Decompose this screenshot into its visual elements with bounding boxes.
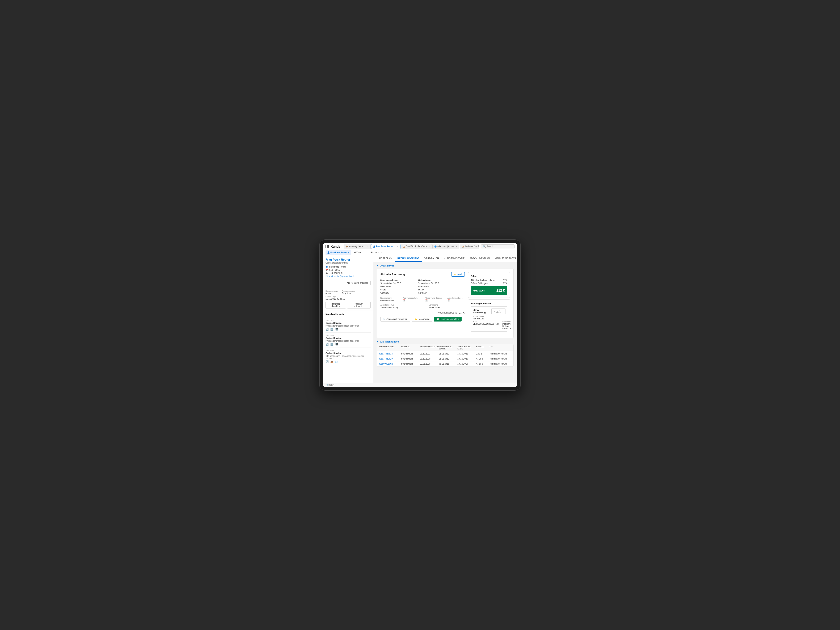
sub-tab-a157a0[interactable]: a157a0... ✕ xyxy=(352,250,366,255)
sub-tab-cvpluoda-close[interactable]: ✕ xyxy=(381,251,383,254)
nav-tab-omni[interactable]: 📋 OmniStudio FlexCards ✕ xyxy=(401,244,432,249)
iban-value: DE84500100600209804604 xyxy=(473,323,499,325)
search-bar[interactable]: 🔍 xyxy=(481,245,515,248)
td-vertrag-2: Strom Direkt xyxy=(401,363,420,365)
table-header: Rechnungsnr. Vertrag Rechnungsdatum Abre… xyxy=(377,344,513,351)
account-section: Benutzername petreu Registrierstatus Reg… xyxy=(323,288,373,311)
btn-abmelden[interactable]: Benutzer abmelden xyxy=(325,302,346,308)
page-tab-rechnungsinfos[interactable]: RECHNUNGSINFOS xyxy=(395,255,422,262)
status-label: Registrierstatus xyxy=(342,290,355,292)
abrechnung-beginn-value: 📅 xyxy=(425,300,442,302)
td-datum-2: 02.01.2020 xyxy=(420,363,439,365)
section-id: 20178245043 xyxy=(380,264,394,267)
account-btn-row: Benutzer abmelden Passwort zurücksetzen xyxy=(325,302,371,308)
contact-dob-value: 01.04.1956 xyxy=(329,269,340,271)
grid-icon[interactable] xyxy=(325,245,329,248)
inventory-tab-icon: 📦 xyxy=(346,245,348,248)
btn-zweitschrift[interactable]: 📄 Zweitschrift versenden xyxy=(380,317,410,322)
btn-beschwerde[interactable]: ⚠️ Beschwerde xyxy=(412,317,432,322)
person-icon: 👤 xyxy=(325,266,328,268)
history-actions-2: 🔄 📤 ✉️ xyxy=(325,360,371,363)
rechnungsadresse-block: Rechnungsadresse: Schiersteiner Str. 35 … xyxy=(380,279,406,294)
td-rechnungsnr-1[interactable]: 006937880629 xyxy=(379,358,401,360)
history-email-icon-2[interactable]: ✉️ xyxy=(335,360,338,363)
sub-tab-petra-close[interactable]: ✕ xyxy=(348,251,349,254)
nav-tab-inventory[interactable]: 📦 Inventory Items ▼ ✕ xyxy=(344,244,371,249)
history-refresh-icon-0[interactable]: 🔄 xyxy=(325,328,328,331)
email-icon: ✉️ xyxy=(325,275,328,278)
username-value: petreu xyxy=(325,292,338,294)
rechnungsdatum-value: 📅 xyxy=(403,300,420,302)
sub-tab-frau-petra[interactable]: 👤 Frau Petra Reuter ✕ xyxy=(325,250,351,255)
history-actions-0: 🔄 ⬇️ 🖥️ xyxy=(325,328,371,331)
td-rechnungsnr-2[interactable]: 006860095002 xyxy=(379,363,401,365)
history-download-icon-0[interactable]: ⬇️ xyxy=(330,328,333,331)
page-tab-kundenhistorie[interactable]: KUNDENHISTORIE xyxy=(441,255,467,262)
page-tab-ueberblick[interactable]: ÜBERBLICK xyxy=(377,255,395,262)
history-date-1: 20.6.2022 xyxy=(325,334,371,336)
inventory-dropdown[interactable]: ▼ xyxy=(364,246,366,247)
history-link[interactable]: 🕐 History xyxy=(325,384,334,386)
assets-close[interactable]: ✕ xyxy=(456,245,457,248)
history-date-0: 20.6.2022 xyxy=(325,319,371,321)
sub-tab-cvpluoda[interactable]: cvPLUoda... ✕ xyxy=(367,250,384,255)
td-rechnungsnr-0[interactable]: 006938867914 xyxy=(379,352,401,355)
payment-title: Zahlungsmethoden xyxy=(471,302,507,305)
history-monitor-icon-1[interactable]: 🖥️ xyxy=(335,343,338,346)
aachener-tab-icon: 🏠 xyxy=(461,245,464,248)
cal-icon-2[interactable]: 📅 xyxy=(425,300,428,302)
petra-dropdown[interactable]: ▼ xyxy=(394,246,396,247)
petra-close[interactable]: ✕ xyxy=(397,245,399,248)
col-typ: Typ xyxy=(489,346,512,350)
col-rechnungsnr: Rechnungsnr. xyxy=(379,346,401,350)
history-monitor-icon-0[interactable]: 🖥️ xyxy=(335,328,338,331)
inventory-close[interactable]: ✕ xyxy=(367,245,369,248)
lieferadresse-label: Lieferadresse: xyxy=(418,279,443,281)
td-betrag-0: 2.70 € xyxy=(476,352,489,355)
omni-close[interactable]: ✕ xyxy=(428,245,430,248)
nav-tab-petra[interactable]: 👤 Frau Petra Reuter ▼ ✕ xyxy=(371,244,401,249)
btn-kredit[interactable]: 💳 Kredit xyxy=(451,272,465,276)
nav-tab-assets[interactable]: 🔷 All Assets | Assets ✕ xyxy=(433,244,459,249)
page-tab-abschlagsplan[interactable]: ABSCHLAGSPLAN xyxy=(467,255,492,262)
td-betrag-2: 43.50 € xyxy=(476,363,489,365)
history-desc-2: Info über neues Preisänderungsschreiben … xyxy=(325,355,371,360)
field-rechnungsdatum: Rechnungsdatum 📅 xyxy=(403,297,420,302)
history-item-0: 20.6.2022 Online Service Preisänderungss… xyxy=(325,317,371,333)
td-datum-0: 29.12.2021 xyxy=(420,352,439,355)
section-toggle[interactable]: ▼ xyxy=(377,265,379,267)
btn-rechnungskorrektur[interactable]: 📋 Rechnungskorrektur xyxy=(434,317,461,322)
lieferadresse-block: Lieferadresse: Schiersteiner Str. 35 BWi… xyxy=(418,279,443,294)
contact-email-link[interactable]: reuterpetra@gmx.de.invalid xyxy=(329,275,355,278)
cal-icon-1[interactable]: 📅 xyxy=(403,300,405,302)
history-share-icon-2[interactable]: 📤 xyxy=(330,360,333,363)
kontoinhaber-value: Petra Reuter xyxy=(473,317,505,320)
payment-card: Zahlungsmethoden SEPA Bankeinzug ⬇ ↓ Ein… xyxy=(468,300,510,334)
history-refresh-icon-2[interactable]: 🔄 xyxy=(325,360,328,363)
btn-passwort[interactable]: Passwort zurücksetzen xyxy=(347,302,371,308)
btn-eingang[interactable]: ⬇ ↓ Eingang xyxy=(491,308,505,314)
td-datum-1: 29.12.2020 xyxy=(420,358,439,360)
all-invoices-section: ▼ Alle Rechnungen Rechnungsnr. Vertrag R… xyxy=(377,340,514,366)
btn-all-contacts[interactable]: Alle Kontakte anzeigen xyxy=(344,281,371,285)
cal-icon-3[interactable]: 📅 xyxy=(447,300,450,302)
page-tab-verbrauch[interactable]: VERBRAUCH xyxy=(422,255,441,262)
all-invoices-toggle[interactable]: ▼ xyxy=(377,341,379,343)
page-tab-marketingeinwilligung[interactable]: MARKETINGEINWILLIGUNG xyxy=(492,255,517,262)
contact-info-person: 👤 Frau Petra Reuter xyxy=(325,266,371,268)
history-download-icon-1[interactable]: ⬇️ xyxy=(330,343,333,346)
history-title: Kundenhistorie xyxy=(325,313,371,316)
total-label: Rechnungsbetrag xyxy=(437,311,458,314)
history-refresh-icon-1[interactable]: 🔄 xyxy=(325,343,328,346)
search-input[interactable] xyxy=(486,245,512,248)
col-betrag: Betrag xyxy=(476,346,489,350)
invoice-sidebar: Bilanz Aktueller Rechnungsbetrag 2.7 € O… xyxy=(468,272,510,334)
top-tab-bar: 📦 Inventory Items ▼ ✕ 👤 Frau Petra Reute… xyxy=(344,244,479,249)
payment-item-header: SEPA Bankeinzug ⬇ ↓ Eingang xyxy=(473,308,505,314)
table-row-1: 006937880629 Strom Direkt 29.12.2020 11.… xyxy=(377,356,513,362)
td-typ-1: Turnus abrechnung xyxy=(489,358,512,360)
col-vertrag: Vertrag xyxy=(401,346,420,350)
nav-tab-aachener[interactable]: 🏠 Aachener Str. 1351 S... ✕ xyxy=(460,244,479,249)
sub-tab-a157a0-close[interactable]: ✕ xyxy=(363,251,365,254)
login-label: Letzter Login xyxy=(325,296,371,298)
